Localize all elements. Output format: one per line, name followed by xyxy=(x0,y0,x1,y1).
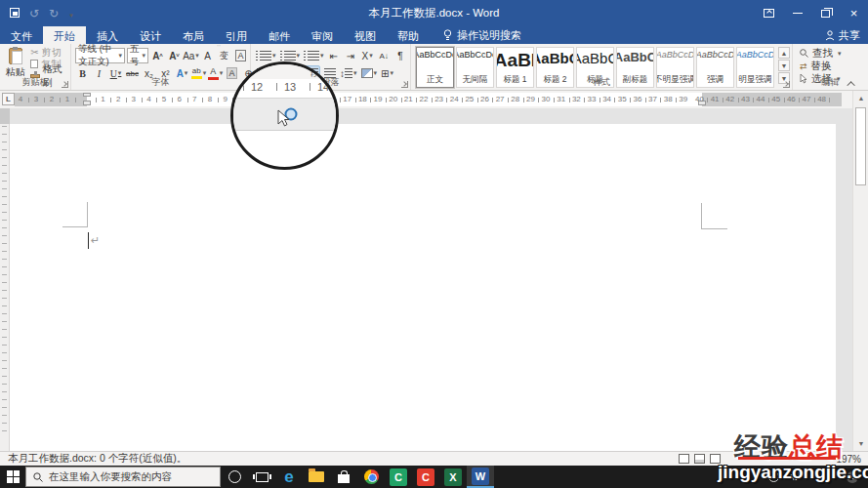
taskbar-app-app-green-c[interactable]: C xyxy=(385,466,412,488)
taskbar-app-edge[interactable]: e xyxy=(275,466,303,488)
share-button[interactable]: 共享 xyxy=(825,26,860,44)
read-mode-button[interactable] xyxy=(679,454,689,464)
style-sample: AaBbCcD xyxy=(696,50,734,60)
ruler-number: 38 xyxy=(664,96,673,103)
save-button[interactable] xyxy=(10,8,20,20)
clear-formatting-button[interactable]: A xyxy=(200,48,215,63)
taskbar-app-chrome[interactable] xyxy=(357,466,385,488)
styles-scroll-down-button[interactable]: ▼ xyxy=(778,60,790,71)
ribbon-display-options-button[interactable] xyxy=(755,0,783,26)
find-button[interactable]: 查找▾ xyxy=(800,47,867,60)
taskbar-app-file-explorer[interactable] xyxy=(303,466,330,488)
ruler-tick xyxy=(814,98,815,102)
document-page[interactable] xyxy=(10,124,836,451)
shrink-font-button[interactable]: A˅ xyxy=(167,48,182,63)
ruler-tick xyxy=(187,98,188,102)
ruler-number: 4 xyxy=(146,96,150,103)
ruler-tick xyxy=(614,98,615,102)
title-bar: ↺ ↻ ▾ 本月工作数据.docx - Word × xyxy=(0,0,868,26)
ruler-tick xyxy=(676,98,677,102)
bullets-button[interactable]: ▾ xyxy=(255,48,277,63)
restore-button[interactable] xyxy=(811,0,840,26)
cut-button[interactable]: ✂剪切 xyxy=(30,47,70,58)
tab-view[interactable]: 视图 xyxy=(344,26,387,44)
first-line-indent-marker[interactable] xyxy=(83,93,91,97)
tab-insert[interactable]: 插入 xyxy=(86,26,129,44)
scroll-down-button[interactable]: ▼ xyxy=(853,436,868,451)
vertical-scrollbar[interactable]: ▲ ▼ xyxy=(852,91,868,451)
decrease-indent-button[interactable]: ⇤ xyxy=(327,48,342,63)
ruler-number: 9 xyxy=(223,96,227,103)
cortana-button[interactable] xyxy=(221,466,248,488)
tab-file[interactable]: 文件 xyxy=(0,26,43,44)
taskbar-app-excel[interactable]: X xyxy=(439,466,467,488)
taskbar-app-app-red-c[interactable]: C xyxy=(412,466,439,488)
sort-button[interactable]: A↓ xyxy=(377,48,392,63)
horizontal-ruler[interactable]: 4321123456789101112131415161718192021222… xyxy=(15,93,842,106)
show-paragraph-marks-button[interactable]: ¶ xyxy=(393,48,408,63)
styles-scroll-up-button[interactable]: ▲ xyxy=(778,47,790,59)
tell-me-search[interactable]: 操作说明搜索 xyxy=(443,26,521,44)
ruler-tick xyxy=(60,98,61,102)
increase-indent-button[interactable]: ⇥ xyxy=(344,48,358,63)
store-icon xyxy=(338,474,350,483)
document-area[interactable]: ↵ xyxy=(0,108,868,451)
undo-button[interactable]: ↺ xyxy=(29,8,39,20)
minimize-icon xyxy=(793,13,803,14)
ruler-number: 6 xyxy=(177,96,181,103)
word-count-status[interactable]: 本月工作数据.docx: 0 个字符(近似值)。 xyxy=(0,452,186,466)
ruler-number: 20 xyxy=(389,96,397,103)
font-size-combo[interactable]: 五号▾ xyxy=(127,48,148,63)
ruler-number: 2 xyxy=(116,96,120,103)
character-border-button[interactable]: A xyxy=(233,48,248,63)
tab-home[interactable]: 开始 xyxy=(43,26,86,44)
change-case-button[interactable]: Aa▾ xyxy=(184,48,198,63)
ruler-tick xyxy=(477,98,478,102)
redo-button[interactable]: ↻ xyxy=(49,8,59,20)
start-button[interactable] xyxy=(0,466,25,488)
tab-review[interactable]: 审阅 xyxy=(301,26,344,44)
tab-help[interactable]: 帮助 xyxy=(387,26,430,44)
replace-button[interactable]: ⇄ 替换 xyxy=(800,60,867,72)
styles-dialog-launcher[interactable] xyxy=(783,81,790,88)
clipboard-dialog-launcher[interactable] xyxy=(62,81,68,88)
collapse-ribbon-button[interactable] xyxy=(846,78,859,89)
scrollbar-thumb[interactable] xyxy=(855,107,866,185)
ruler-tick xyxy=(508,98,509,102)
asian-layout-button[interactable]: X▾ xyxy=(360,48,375,63)
ruler-number: 18 xyxy=(358,96,367,103)
grow-font-button[interactable]: A˄ xyxy=(150,48,165,63)
ruler-number: 2 xyxy=(50,96,54,103)
vertical-ruler[interactable] xyxy=(0,108,10,451)
tab-layout[interactable]: 布局 xyxy=(172,26,215,44)
style-sample: AaBbC xyxy=(616,50,654,64)
ruler-number: 3 xyxy=(132,96,136,103)
print-layout-button[interactable] xyxy=(694,454,705,464)
taskbar-search-input[interactable]: 在这里输入你要搜索的内容 xyxy=(25,467,221,487)
tab-stop-selector[interactable]: L xyxy=(2,93,15,105)
ruler-number: 32 xyxy=(572,96,581,103)
indent-icon: ⇥ xyxy=(347,51,354,61)
taskbar-apps: eCCXW xyxy=(275,466,494,488)
left-indent-marker[interactable] xyxy=(83,101,91,105)
ruler-tick xyxy=(723,98,723,102)
style-sample: AaBbCcDc xyxy=(456,50,494,60)
customize-qat-button[interactable]: ▾ xyxy=(68,8,73,20)
tab-mailings[interactable]: 邮件 xyxy=(258,26,301,44)
tab-references[interactable]: 引用 xyxy=(215,26,258,44)
minimize-button[interactable] xyxy=(783,0,811,26)
scroll-up-button[interactable]: ▲ xyxy=(853,91,868,105)
ruler-tick xyxy=(172,98,173,102)
redo-icon: ↻ xyxy=(49,7,59,20)
taskbar-app-word[interactable]: W xyxy=(467,466,494,488)
tab-design[interactable]: 设计 xyxy=(129,26,172,44)
taskbar-app-store[interactable] xyxy=(330,466,357,488)
ruler-tick xyxy=(799,98,800,102)
save-icon xyxy=(10,8,20,18)
font-name-combo[interactable]: 等线 (中文正文)▾ xyxy=(75,48,125,63)
close-button[interactable]: × xyxy=(840,0,868,26)
paragraph-dialog-launcher[interactable] xyxy=(401,81,408,88)
phonetic-guide-button[interactable]: 变 xyxy=(217,48,231,63)
task-view-button[interactable] xyxy=(248,466,275,488)
multilevel-list-button[interactable]: ▾ xyxy=(303,48,325,63)
